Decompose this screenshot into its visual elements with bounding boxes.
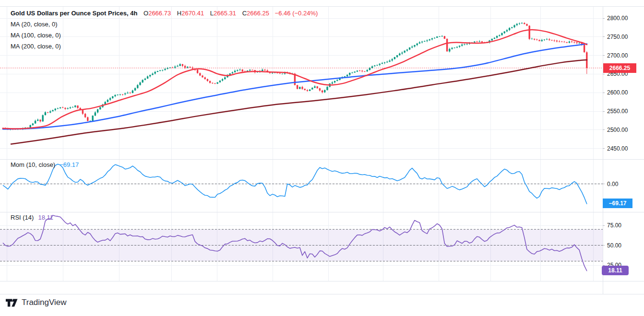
symbol-title: Gold US Dollars per Ounce Spot Prices, 4… <box>11 10 137 17</box>
tradingview-chart-window: Gold US Dollars per Ounce Spot Prices, 4… <box>0 0 644 316</box>
momentum-value: −69.17 <box>60 161 79 168</box>
tradingview-logo-icon <box>6 299 18 307</box>
ma-100-legend-row[interactable]: MA (100, close, 0) <box>11 30 318 41</box>
ohlc-low-value: 2665.31 <box>214 10 236 17</box>
momentum-legend-row[interactable]: Mom (10, close)−69.17 <box>11 161 79 168</box>
ohlc-close-value: 2666.25 <box>247 10 269 17</box>
ma-20-legend-row[interactable]: MA (20, close, 0) <box>11 19 318 30</box>
tradingview-logo-text: TradingView <box>22 298 67 307</box>
rsi-value: 18.11 <box>38 214 53 221</box>
price-panel-legend: Gold US Dollars per Ounce Spot Prices, 4… <box>11 8 318 52</box>
ohlc-high-label: H <box>177 10 181 17</box>
momentum-value-badge: −69.17 <box>603 199 632 208</box>
ma-200-legend-row[interactable]: MA (200, close, 0) <box>11 41 318 52</box>
ohlc-open-value: 2666.73 <box>148 10 171 17</box>
rsi-value-badge: 18.11 <box>602 266 629 275</box>
symbol-legend-row[interactable]: Gold US Dollars per Ounce Spot Prices, 4… <box>11 8 318 19</box>
rsi-legend-row[interactable]: RSI (14)18.11 <box>11 214 53 221</box>
momentum-label: Mom (10, close) <box>11 161 55 168</box>
ohlc-close-label: C <box>242 10 247 17</box>
ohlc-high-value: 2670.41 <box>181 10 204 17</box>
rsi-label: RSI (14) <box>11 214 34 221</box>
change-value: −6.46 (−0.24%) <box>275 10 318 17</box>
time-axis[interactable]: 10162012:00Oct711172312:00Nov7 <box>0 281 603 294</box>
tradingview-logo[interactable]: TradingView <box>6 298 67 307</box>
ohlc-low-label: L <box>210 10 214 17</box>
ohlc-open-label: O <box>143 10 148 17</box>
last-price-badge: 2666.25 <box>603 63 636 73</box>
